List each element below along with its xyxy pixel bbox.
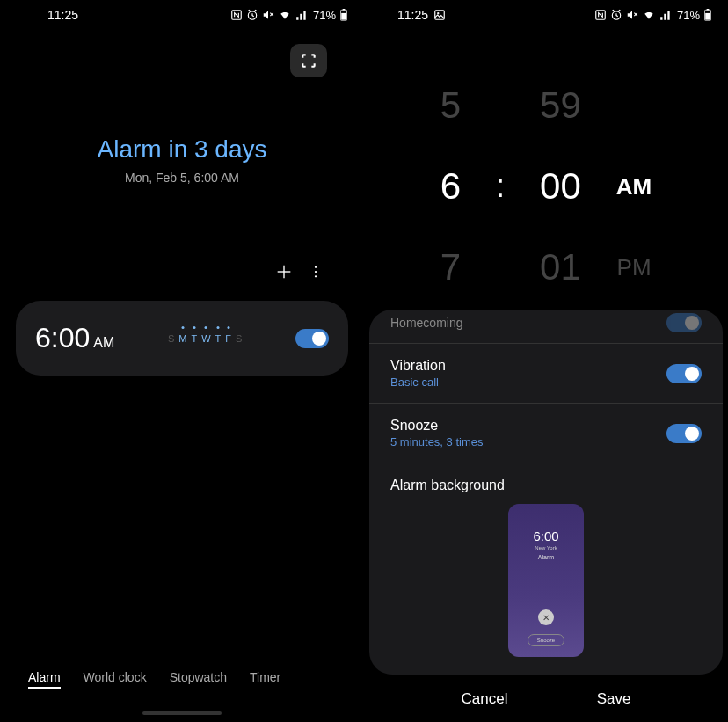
svg-rect-5 — [343, 9, 346, 10]
am-label: AM — [616, 146, 652, 227]
day-mon: M — [178, 333, 186, 344]
time-picker[interactable]: 5 6 7 : 59 00 01 AM PM — [364, 65, 728, 308]
capture-icon — [300, 52, 317, 69]
snooze-sub: 5 minutes, 3 times — [390, 435, 484, 449]
vibration-toggle[interactable] — [666, 364, 702, 383]
alarm-toggle-switch[interactable] — [295, 329, 329, 348]
mute-icon — [626, 9, 638, 21]
alarm-ampm-value: AM — [93, 335, 114, 351]
preview-time: 6:00 — [533, 529, 558, 543]
alarm-card[interactable]: 6:00 AM S M T W T F S — [16, 301, 348, 376]
tab-stopwatch[interactable]: Stopwatch — [170, 670, 227, 689]
status-time: 11:25 — [47, 8, 78, 22]
alarm-countdown-subtitle: Mon, Feb 5, 6:00 AM — [0, 171, 364, 185]
preview-alarm-label: Alarm — [538, 554, 554, 560]
battery-percent: 71% — [313, 9, 336, 22]
snooze-row[interactable]: Snooze 5 minutes, 3 times — [369, 404, 723, 463]
day-sun: S — [168, 333, 174, 344]
plus-icon — [274, 262, 294, 281]
status-bar: 11:25 71% — [0, 0, 364, 30]
hour-picker[interactable]: 5 6 7 — [440, 65, 461, 308]
alarm-countdown-title: Alarm in 3 days — [0, 135, 364, 164]
minute-selected: 00 — [540, 146, 581, 227]
preview-location: New York — [535, 545, 557, 551]
alarm-settings-sheet: Homecoming Vibration Basic call Snooze 5… — [369, 310, 723, 675]
mute-icon — [262, 9, 274, 21]
hour-prev: 5 — [440, 65, 461, 146]
action-bar: Cancel Save — [364, 690, 728, 708]
alarm-background-row[interactable]: Alarm background 6:00 New York Alarm ✕ S… — [369, 463, 723, 660]
signal-icon — [659, 9, 672, 21]
alarm-sound-toggle[interactable] — [666, 313, 702, 332]
tab-world-clock[interactable]: World clock — [84, 670, 147, 689]
day-sat: S — [236, 333, 242, 344]
alarm-sound-label: Homecoming — [390, 316, 462, 330]
alarm-edit-screen: 11:25 71% 5 6 7 : 59 00 01 AM PM — [364, 0, 728, 722]
ampm-picker[interactable]: AM PM — [616, 65, 652, 308]
svg-rect-19 — [707, 9, 710, 10]
screenshot-indicator-icon — [433, 9, 446, 21]
battery-percent: 71% — [677, 9, 700, 22]
battery-icon — [339, 9, 348, 21]
snooze-title: Snooze — [390, 418, 484, 434]
vibration-sub: Basic call — [390, 376, 446, 389]
preview-snooze-button: Snooze — [528, 634, 564, 646]
pm-label: PM — [617, 227, 652, 308]
alarm-days: S M T W T F S — [168, 333, 242, 344]
svg-point-13 — [437, 12, 439, 14]
alarm-icon — [610, 9, 622, 21]
alarm-background-preview[interactable]: 6:00 New York Alarm ✕ Snooze — [508, 504, 584, 657]
alarm-background-title: Alarm background — [390, 478, 702, 493]
day-thu: T — [215, 333, 222, 344]
svg-rect-20 — [705, 13, 710, 20]
battery-icon — [703, 9, 712, 21]
status-bar: 11:25 71% — [364, 0, 728, 30]
wifi-icon — [642, 9, 656, 21]
tab-alarm[interactable]: Alarm — [28, 670, 61, 689]
alarm-sound-row[interactable]: Homecoming — [369, 310, 723, 344]
svg-point-11 — [315, 275, 317, 277]
alarm-toolbar — [0, 262, 364, 285]
alarm-list-screen: 11:25 71% Alarm in 3 days Mon, Feb 5, 6:… — [0, 0, 364, 722]
cancel-button[interactable]: Cancel — [462, 690, 508, 708]
bottom-tab-bar: Alarm World clock Stopwatch Timer — [0, 670, 364, 711]
minute-next: 01 — [540, 227, 581, 308]
status-icons: 71% — [594, 9, 712, 22]
minute-prev: 59 — [540, 65, 581, 146]
alarm-time-display: 6:00 AM — [35, 322, 114, 354]
svg-rect-6 — [341, 13, 346, 20]
alarm-time-value: 6:00 — [35, 322, 90, 354]
alarm-header: Alarm in 3 days Mon, Feb 5, 6:00 AM — [0, 135, 364, 185]
snooze-toggle[interactable] — [666, 424, 702, 443]
signal-icon — [295, 9, 308, 21]
svg-point-10 — [315, 271, 317, 273]
nfc-icon — [230, 9, 243, 21]
preview-dismiss-button: ✕ — [538, 609, 554, 625]
tab-timer[interactable]: Timer — [250, 670, 280, 689]
svg-point-9 — [315, 266, 317, 268]
vibration-row[interactable]: Vibration Basic call — [369, 344, 723, 404]
hour-selected: 6 — [440, 146, 461, 227]
alarm-icon — [246, 9, 258, 21]
more-options-button[interactable] — [308, 262, 324, 285]
save-button[interactable]: Save — [597, 690, 631, 708]
svg-rect-12 — [435, 11, 445, 20]
minute-picker[interactable]: 59 00 01 — [540, 65, 581, 308]
day-fri: F — [225, 333, 231, 344]
wifi-icon — [278, 9, 292, 21]
status-time: 11:25 — [397, 8, 428, 22]
nav-gesture-bar — [0, 711, 364, 722]
add-alarm-button[interactable] — [274, 262, 294, 285]
time-separator: : — [496, 168, 505, 205]
hour-next: 7 — [440, 227, 461, 308]
day-tue: T — [191, 333, 197, 344]
more-vertical-icon — [308, 262, 324, 281]
status-icons: 71% — [230, 9, 348, 22]
nfc-icon — [594, 9, 607, 21]
screenshot-capture-button[interactable] — [290, 44, 327, 77]
vibration-title: Vibration — [390, 358, 446, 374]
day-wed: W — [201, 333, 210, 344]
